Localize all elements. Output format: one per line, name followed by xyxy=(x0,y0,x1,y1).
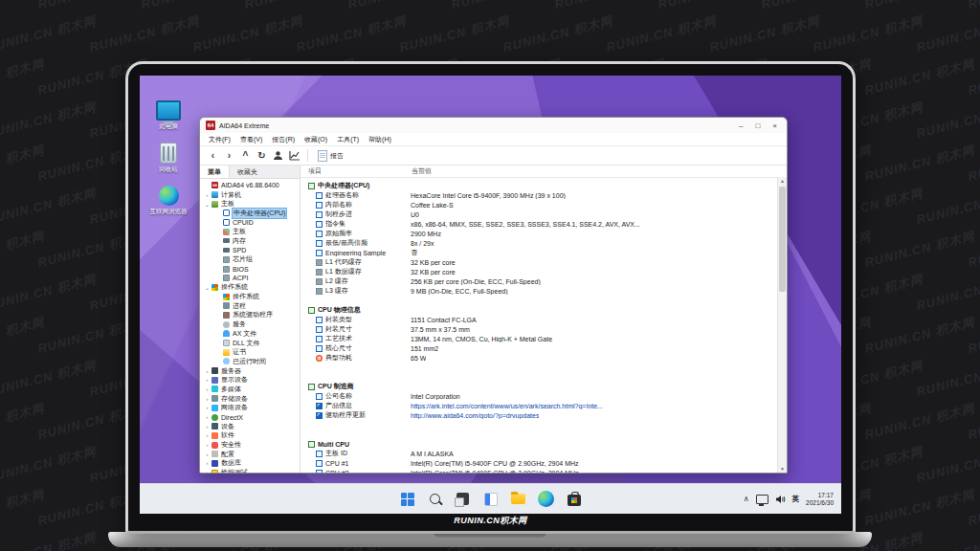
info-row[interactable]: 典型功耗65 W xyxy=(301,353,787,363)
menu-item-0[interactable]: 文件(F) xyxy=(204,135,235,144)
tray-overflow-chevron-icon[interactable]: ∧ xyxy=(744,495,749,503)
tree-item[interactable]: ›网络设备 xyxy=(200,404,300,413)
clock[interactable]: 17:17 2021/6/30 xyxy=(806,492,834,507)
user-icon[interactable] xyxy=(271,148,285,163)
info-row[interactable]: 封装类型1151 Contact FC-LGA xyxy=(301,315,787,324)
tree-item[interactable]: 系统驱动程序 xyxy=(200,311,300,320)
tree-item[interactable]: ›显示设备 xyxy=(200,375,300,385)
forward-button[interactable]: › xyxy=(222,148,236,163)
tree-item[interactable]: DLL 文件 xyxy=(200,339,300,348)
info-row[interactable]: Engineering Sample否 xyxy=(301,248,787,257)
item-value-link[interactable]: http://www.aida64.com/goto/?p=drvupdates xyxy=(411,412,539,419)
file-explorer-button[interactable] xyxy=(509,490,528,509)
search-button[interactable] xyxy=(426,490,445,509)
tree-item[interactable]: CPUID xyxy=(200,218,300,228)
chevron-icon[interactable]: › xyxy=(203,192,212,198)
chevron-icon[interactable]: › xyxy=(203,424,212,430)
start-button[interactable] xyxy=(398,490,417,509)
network-icon[interactable] xyxy=(756,495,768,504)
tree-item[interactable]: ›软件 xyxy=(200,431,300,441)
tree-item[interactable]: 内存 xyxy=(200,236,300,246)
tree-item[interactable]: ⌄主板 xyxy=(200,199,300,209)
chevron-icon[interactable]: › xyxy=(203,414,212,420)
info-row[interactable]: 产品信息https://ark.intel.com/content/www/us… xyxy=(301,401,787,410)
chevron-icon[interactable]: › xyxy=(203,442,212,448)
tree-item[interactable]: 操作系统 xyxy=(200,292,300,301)
tree-item[interactable]: 64AIDA64 v6.88.6400 xyxy=(200,181,300,190)
widgets-button[interactable] xyxy=(481,490,501,509)
chevron-icon[interactable]: › xyxy=(203,377,212,383)
section-row[interactable]: CPU 制造商 xyxy=(301,382,787,391)
tree-item[interactable]: ›存储设备 xyxy=(200,394,300,404)
menu-item-3[interactable]: 收藏(O) xyxy=(300,135,332,144)
menu-item-5[interactable]: 帮助(H) xyxy=(364,135,396,144)
info-row[interactable]: 公司名称Intel Corporation xyxy=(301,391,787,401)
info-row[interactable]: 原始频率2900 MHz xyxy=(301,229,787,238)
task-view-button[interactable] xyxy=(454,490,473,509)
tree-item[interactable]: ›DirectX xyxy=(200,412,300,422)
tab-1[interactable]: 收藏夹 xyxy=(230,165,265,178)
scrollbar-thumb[interactable] xyxy=(779,187,786,292)
maximize-button[interactable]: □ xyxy=(755,121,760,130)
tree-item[interactable]: ›安全性 xyxy=(200,440,300,450)
info-row[interactable]: 制程步进U0 xyxy=(301,209,787,219)
chevron-icon[interactable]: › xyxy=(203,386,212,392)
info-row[interactable]: L1 代码缓存32 KB per core xyxy=(301,257,787,267)
info-row[interactable]: 核心尺寸151 mm2 xyxy=(301,343,787,353)
up-button[interactable]: ^ xyxy=(238,148,253,163)
scroll-down-arrow[interactable]: ▼ xyxy=(778,466,787,472)
store-button[interactable] xyxy=(565,490,584,509)
tree-item[interactable]: 已运行时间 xyxy=(200,357,300,366)
tree-item[interactable]: AX 文件 xyxy=(200,329,300,339)
tree-item[interactable]: ›配置 xyxy=(200,450,300,459)
edge-button[interactable] xyxy=(537,490,556,509)
tree-item[interactable]: ACPI xyxy=(200,274,300,283)
info-row[interactable]: 工艺技术13MM, 14 nm, CMOS, Cu, High-K + Meta… xyxy=(301,334,787,343)
chevron-icon[interactable]: › xyxy=(203,460,212,466)
tree-item[interactable]: ›服务器 xyxy=(200,366,300,376)
tree-item[interactable]: 进程 xyxy=(200,301,300,311)
menu-item-4[interactable]: 工具(T) xyxy=(332,135,364,144)
chevron-icon[interactable]: › xyxy=(203,405,212,410)
chevron-icon[interactable]: › xyxy=(203,452,212,457)
scroll-up-arrow[interactable]: ▲ xyxy=(778,178,787,184)
info-row[interactable]: 指令集x86, x86-64, MMX, SSE, SSE2, SSE3, SS… xyxy=(301,219,787,229)
tree-item[interactable]: BIOS xyxy=(200,264,300,274)
item-value-link[interactable]: https://ark.intel.com/content/www/us/en/… xyxy=(411,403,603,409)
ime-indicator[interactable]: 英 xyxy=(792,495,800,504)
tree-item[interactable]: ›性能测试 xyxy=(200,468,300,473)
info-row[interactable]: CPU #1Intel(R) Core(TM) i5-9400F CPU @ 2… xyxy=(301,458,787,468)
tree-item[interactable]: 主板 xyxy=(200,227,300,236)
tree-item[interactable]: ›多媒体 xyxy=(200,385,300,394)
report-button[interactable]: 报告 xyxy=(314,150,347,162)
info-row[interactable]: L1 数据缓存32 KB per core xyxy=(301,267,787,276)
chart-icon[interactable] xyxy=(287,148,301,163)
info-row[interactable]: 驱动程序更新http://www.aida64.com/goto/?p=drvu… xyxy=(301,410,787,420)
tree-item[interactable]: ›数据库 xyxy=(200,459,300,469)
info-row[interactable]: CPU #2Intel(R) Core(TM) i5-9400F CPU @ 2… xyxy=(301,468,787,473)
info-row[interactable]: 最低/最高倍频8x / 29x xyxy=(301,238,787,248)
section-row[interactable]: CPU 物理信息 xyxy=(301,305,787,315)
menu-item-2[interactable]: 报告(R) xyxy=(267,135,300,144)
menu-item-1[interactable]: 查看(V) xyxy=(235,135,267,144)
desktop-icon-edge[interactable]: 互联网浏览器 xyxy=(147,186,189,216)
chevron-icon[interactable]: › xyxy=(203,470,212,473)
section-row[interactable]: 中央处理器(CPU) xyxy=(301,181,787,190)
info-row[interactable]: 主板 IDA M I ALASKA xyxy=(301,449,787,458)
chevron-icon[interactable]: ⌄ xyxy=(203,201,212,208)
tree-item[interactable]: ⌄操作系统 xyxy=(200,283,300,293)
close-button[interactable]: × xyxy=(772,121,777,130)
tree-item[interactable]: 中央处理器(CPU) xyxy=(200,209,300,218)
refresh-button[interactable]: ↻ xyxy=(255,148,269,163)
tree-item[interactable]: 服务 xyxy=(200,320,300,329)
tree-item[interactable]: 芯片组 xyxy=(200,255,300,265)
vertical-scrollbar[interactable]: ▲ ▼ xyxy=(777,177,787,473)
tree-item[interactable]: ›设备 xyxy=(200,422,300,431)
desktop-icon-this-pc[interactable]: 此电脑 xyxy=(147,100,189,131)
chevron-icon[interactable]: › xyxy=(203,396,212,402)
chevron-icon[interactable]: › xyxy=(203,432,212,438)
info-row[interactable]: L3 缓存9 MB (On-Die, ECC, Full-Speed) xyxy=(301,286,787,296)
info-row[interactable]: L2 缓存256 KB per core (On-Die, ECC, Full-… xyxy=(301,276,787,286)
tree-item[interactable]: SPD xyxy=(200,246,300,255)
chevron-icon[interactable]: › xyxy=(203,368,212,374)
